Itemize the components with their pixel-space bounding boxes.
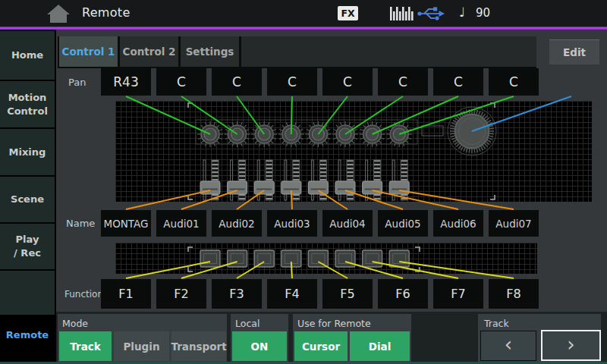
sidebar-empty-cell (0, 271, 55, 315)
name-value-box: MONTAG (101, 210, 151, 237)
function-key-box: F8 (489, 279, 539, 309)
function-key-box: F4 (267, 279, 317, 309)
name-value-box: Audi06 (433, 210, 483, 237)
function-key-box: F7 (433, 279, 483, 309)
tab-bar: Control 1 Control 2 Settings (58, 36, 536, 68)
name-value-box: Audi04 (322, 210, 373, 237)
name-value-box: Audi03 (267, 210, 317, 237)
pan-value-box[interactable]: C (156, 68, 206, 96)
usb-icon (417, 5, 445, 22)
track-next-button[interactable]: › (541, 330, 601, 361)
button-panel (115, 243, 537, 274)
mode-track-button[interactable]: Track (59, 331, 112, 361)
name-value-box: Audi01 (156, 210, 206, 237)
function-key-box: F5 (322, 279, 373, 309)
function-key-box: F6 (378, 279, 428, 309)
sidebar-item-play-rec[interactable]: Play / Rec (0, 224, 55, 269)
pan-value-box[interactable]: C (212, 68, 262, 96)
sidebar-item-remote[interactable]: Remote (0, 326, 55, 343)
quarter-note-icon: ♩ (459, 5, 465, 20)
mode-plugin-button[interactable]: Plugin (114, 331, 169, 361)
fx-status-icon: FX (338, 6, 358, 20)
tempo-value: 90 (476, 6, 490, 20)
track-label: Track (484, 318, 509, 329)
use-for-remote-label: Use for Remote (297, 318, 371, 329)
page-title: Remote (82, 5, 131, 20)
chevron-right-icon: › (567, 333, 574, 356)
tab-control-1[interactable]: Control 1 (59, 36, 118, 67)
function-row-label: Function (64, 279, 103, 309)
chevron-left-icon: ‹ (505, 333, 512, 356)
edit-button[interactable]: Edit (549, 39, 599, 64)
home-icon (46, 4, 71, 24)
pan-row-label: Pan (68, 68, 86, 96)
sidebar-item-home[interactable]: Home (0, 31, 55, 80)
sidebar: Home Motion Control Mixing Scene Play / … (0, 30, 55, 364)
pan-value-box[interactable]: C (267, 68, 317, 96)
sidebar-item-motion-control[interactable]: Motion Control (0, 81, 55, 127)
track-prev-button[interactable]: ‹ (480, 331, 536, 361)
keyboard-icon (390, 6, 414, 21)
name-row-label: Name (66, 210, 95, 237)
mode-transport-button[interactable]: Transport (171, 331, 226, 361)
function-key-box: F2 (156, 279, 206, 309)
sidebar-item-scene[interactable]: Scene (0, 177, 55, 222)
pan-value-box[interactable]: C (322, 68, 373, 96)
pan-value-box[interactable]: C (433, 68, 483, 96)
pan-value-box[interactable]: R43 (101, 68, 151, 96)
cursor-button[interactable]: Cursor (294, 331, 348, 361)
sidebar-item-mixing[interactable]: Mixing (0, 129, 55, 175)
remote-screen: Remote FX (0, 0, 607, 364)
function-key-box: F3 (212, 279, 262, 309)
pan-value-box[interactable]: C (489, 68, 539, 96)
mode-label: Mode (62, 318, 88, 329)
home-button[interactable] (44, 4, 73, 24)
top-status-bar: Remote FX (0, 0, 607, 27)
local-label: Local (235, 318, 259, 329)
pan-value-box[interactable]: C (378, 68, 428, 96)
knob-slider-panel (115, 101, 592, 202)
local-on-button[interactable]: ON (232, 331, 287, 361)
tab-settings[interactable]: Settings (181, 36, 239, 67)
dial-button[interactable]: Dial (350, 331, 410, 361)
function-key-box: F1 (101, 279, 151, 309)
tab-control-2[interactable]: Control 2 (120, 36, 178, 67)
tab-bar-filler (241, 36, 536, 67)
name-value-box: Audi07 (489, 210, 539, 237)
name-value-box: Audi05 (378, 210, 428, 237)
name-value-box: Audi02 (212, 210, 262, 237)
